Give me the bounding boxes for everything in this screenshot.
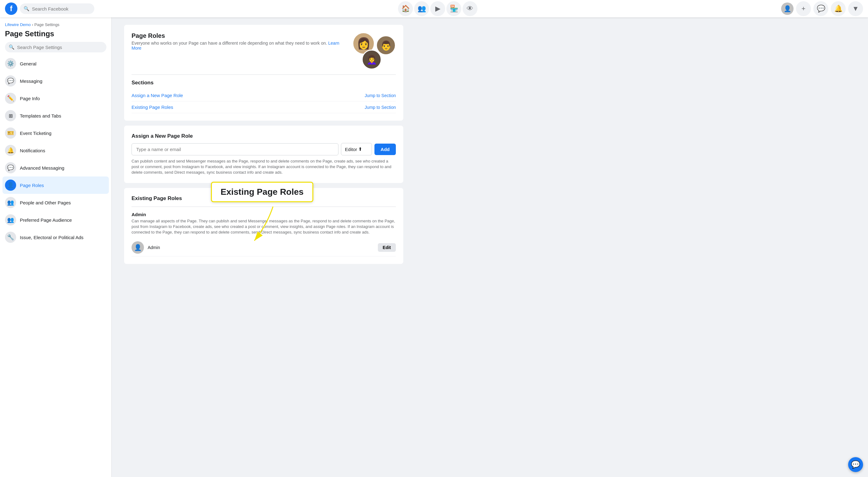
messenger-icon[interactable]: 💬 [813,1,828,16]
add-button[interactable]: + [796,1,811,16]
jump-to-assign[interactable]: Jump to Section [365,93,396,98]
role-select-value: Editor [345,147,357,152]
notifications-icon: 🔔 [5,145,16,156]
name-email-input[interactable] [131,143,338,155]
breadcrumb-page-link[interactable]: Lifewire Demo [5,22,31,27]
assign-new-role-title: Assign a New Page Role [131,133,396,139]
search-bar[interactable]: 🔍 [20,3,94,14]
page-roles-icon: 👤 [5,180,16,191]
sidebar-item-label: People and Other Pages [20,200,71,205]
sidebar-search-icon: 🔍 [9,44,14,50]
sidebar-item-page-info[interactable]: ✏️ Page Info [2,90,109,107]
preferred-audience-icon: 👥 [5,214,16,225]
page-roles-info: Page Roles Everyone who works on your Pa… [131,32,342,51]
user-avatar: 👤 [781,2,794,15]
sidebar-search-input[interactable] [17,45,103,50]
issue-ads-icon: 🔧 [5,232,16,243]
section-row-existing: Existing Page Roles Jump to Section [131,101,396,113]
sidebar-item-preferred-audience[interactable]: 👥 Preferred Page Audience [2,211,109,229]
page-roles-title: Page Roles [131,32,342,39]
sidebar-item-messaging[interactable]: 💬 Messaging [2,72,109,90]
watch-icon[interactable]: ▶ [430,1,445,16]
page-roles-avatars: 👩 👨 👩‍🦱 [352,32,396,69]
people-icon[interactable]: 👥 [414,1,429,16]
sidebar-item-general[interactable]: ⚙️ General [2,55,109,72]
search-input[interactable] [32,6,91,11]
existing-page-roles-link[interactable]: Existing Page Roles [131,104,173,110]
general-icon: ⚙️ [5,58,16,69]
topnav-center-icons: 🏠 👥 ▶ 🏪 👁 [97,1,779,16]
sidebar-item-templates[interactable]: ⊞ Templates and Tabs [2,107,109,124]
notifications-bell-icon[interactable]: 🔔 [831,1,846,16]
sidebar-item-event-ticketing[interactable]: 🎫 Event Ticketing [2,124,109,142]
admin-user-name: Admin [148,245,374,250]
sidebar-item-label: Preferred Page Audience [20,217,72,223]
sidebar-search-bar[interactable]: 🔍 [5,42,106,53]
sidebar-title: Page Settings [2,28,109,42]
add-role-button[interactable]: Add [374,144,396,155]
callout-arrow-svg [248,206,310,244]
sidebar-item-notifications[interactable]: 🔔 Notifications [2,142,109,159]
sidebar-item-label: Templates and Tabs [20,113,61,119]
marketplace-icon[interactable]: 🏪 [446,1,461,16]
sidebar-item-label: Advanced Messaging [20,165,64,170]
sidebar-item-label: Event Ticketing [20,131,52,136]
page-roles-header-card: Page Roles Everyone who works on your Pa… [124,25,403,121]
assign-new-role-link[interactable]: Assign a New Page Role [131,93,183,98]
breadcrumb-separator: › [32,22,34,27]
page-roles-description: Everyone who works on your Page can have… [131,41,342,51]
account-menu-icon[interactable]: ▼ [848,1,863,16]
topnav-right-controls: 👤 + 💬 🔔 ▼ [781,1,863,16]
search-icon: 🔍 [24,6,29,11]
main-content: Page Roles Everyone who works on your Pa… [112,18,868,477]
event-ticketing-icon: 🎫 [5,127,16,139]
avatar-3: 👩‍🦱 [362,50,381,69]
templates-icon: ⊞ [5,110,16,121]
page-info-icon: ✏️ [5,93,16,104]
divider [131,74,396,75]
facebook-logo: f [5,2,18,15]
section-row-assign: Assign a New Page Role Jump to Section [131,90,396,101]
avatar-2: 👨 [376,35,396,55]
messaging-icon: 💬 [5,75,16,87]
breadcrumb: Lifewire Demo › Page Settings [2,22,109,28]
groups-icon[interactable]: 👁 [463,1,477,16]
assign-description: Can publish content and send Messenger m… [131,158,396,176]
sidebar: Lifewire Demo › Page Settings Page Setti… [0,18,112,477]
breadcrumb-section: Page Settings [34,22,60,27]
assign-row: Editor ⬆ Add [131,143,396,155]
home-icon[interactable]: 🏠 [398,1,413,16]
page-roles-header: Page Roles Everyone who works on your Pa… [131,32,396,69]
sidebar-item-label: Page Info [20,96,40,101]
sidebar-item-label: Issue, Electoral or Political Ads [20,235,84,240]
sidebar-item-label: Page Roles [20,183,44,188]
admin-user-avatar: 👤 [131,241,144,254]
sidebar-item-advanced-messaging[interactable]: 💬 Advanced Messaging [2,159,109,177]
role-select-dropdown[interactable]: Editor ⬆ [341,143,372,155]
sidebar-item-page-roles[interactable]: 👤 Page Roles [2,177,109,194]
advanced-messaging-icon: 💬 [5,162,16,173]
jump-to-existing[interactable]: Jump to Section [365,105,396,110]
sidebar-item-label: General [20,61,36,66]
sidebar-item-label: Messaging [20,78,42,84]
sidebar-item-label: Notifications [20,148,45,153]
sidebar-item-people[interactable]: 👥 People and Other Pages [2,194,109,211]
callout-box: Existing Page Roles [211,182,313,202]
sidebar-item-issue-ads[interactable]: 🔧 Issue, Electoral or Political Ads [2,229,109,246]
dropdown-chevron-icon: ⬆ [358,147,362,152]
callout-label: Existing Page Roles [221,187,304,197]
assign-new-role-card: Assign a New Page Role Editor ⬆ Add Can … [124,126,403,183]
edit-user-button[interactable]: Edit [378,243,396,252]
chat-bubble-icon[interactable]: 💬 [848,457,863,472]
existing-roles-card: Existing Page Roles Existing Page Roles … [124,188,403,264]
top-navigation: f 🔍 🏠 👥 ▶ 🏪 👁 👤 + 💬 🔔 ▼ [0,0,868,18]
sections-label: Sections [131,80,396,86]
people-other-icon: 👥 [5,197,16,208]
page-layout: Lifewire Demo › Page Settings Page Setti… [0,18,868,477]
